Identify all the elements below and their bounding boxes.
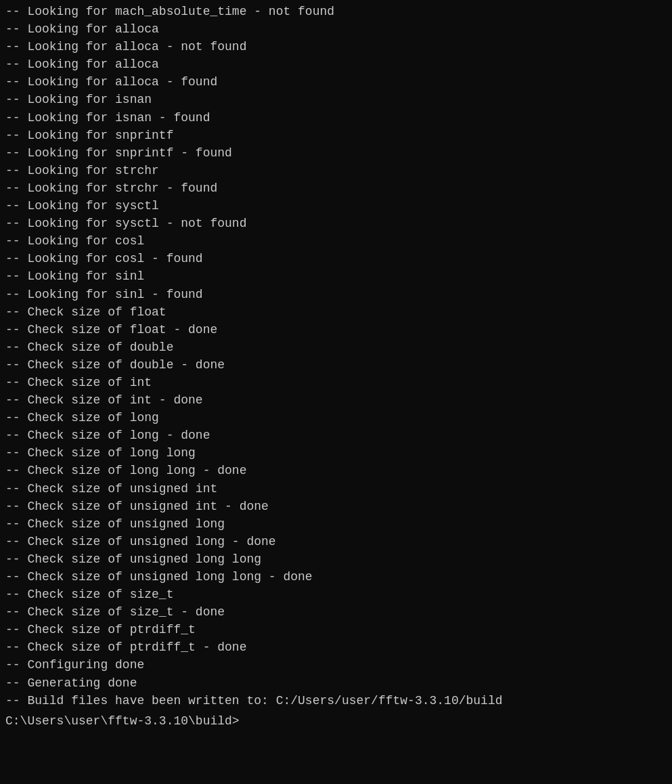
terminal-line: -- Check size of unsigned long long - do… xyxy=(5,568,667,586)
terminal-line: -- Looking for alloca - not found xyxy=(5,38,667,56)
terminal-line: -- Check size of ptrdiff_t - done xyxy=(5,638,667,656)
terminal-line: -- Looking for sinl - found xyxy=(5,286,667,303)
terminal-line: -- Build files have been written to: C:/… xyxy=(5,692,667,710)
terminal-line: -- Looking for alloca - found xyxy=(5,73,667,91)
terminal-line: -- Looking for strchr - found xyxy=(5,179,667,197)
terminal-line: -- Check size of long long - done xyxy=(5,462,667,479)
terminal-line: -- Check size of size_t xyxy=(5,586,667,603)
terminal-line: -- Check size of ptrdiff_t xyxy=(5,621,667,638)
terminal-output: -- Looking for mach_absolute_time - not … xyxy=(5,3,667,730)
terminal-line: -- Generating done xyxy=(5,674,667,692)
terminal-line: -- Check size of long - done xyxy=(5,427,667,444)
terminal-line: -- Configuring done xyxy=(5,656,667,674)
terminal-line: -- Check size of unsigned long xyxy=(5,515,667,533)
terminal-line: -- Check size of unsigned int xyxy=(5,480,667,498)
terminal-line: -- Check size of double xyxy=(5,339,667,356)
terminal-line: -- Looking for cosl - found xyxy=(5,250,667,267)
terminal-line: -- Looking for sinl xyxy=(5,267,667,285)
terminal-line: -- Looking for snprintf - found xyxy=(5,144,667,162)
terminal-line: -- Check size of unsigned int - done xyxy=(5,498,667,515)
terminal-line: -- Check size of int - done xyxy=(5,391,667,409)
terminal-prompt[interactable]: C:\Users\user\fftw-3.3.10\build> xyxy=(5,712,667,730)
terminal-line: -- Looking for isnan xyxy=(5,91,667,108)
terminal-line: -- Check size of unsigned long - done xyxy=(5,533,667,550)
terminal-line: -- Check size of int xyxy=(5,374,667,391)
terminal-line: -- Looking for cosl xyxy=(5,232,667,250)
terminal-line: -- Check size of long xyxy=(5,409,667,427)
terminal-line: -- Looking for mach_absolute_time - not … xyxy=(5,3,667,20)
terminal-line: -- Check size of long long xyxy=(5,444,667,462)
terminal-line: -- Looking for alloca xyxy=(5,56,667,73)
terminal-line: -- Looking for alloca xyxy=(5,20,667,38)
terminal-line: -- Looking for snprintf xyxy=(5,127,667,144)
terminal-line: -- Check size of double - done xyxy=(5,356,667,374)
terminal-line: -- Looking for sysctl - not found xyxy=(5,215,667,232)
terminal-line: -- Check size of size_t - done xyxy=(5,603,667,621)
terminal-line: -- Looking for isnan - found xyxy=(5,109,667,127)
terminal-line: -- Looking for strchr xyxy=(5,162,667,179)
terminal-line: -- Check size of float xyxy=(5,303,667,321)
terminal-line: -- Check size of float - done xyxy=(5,321,667,339)
terminal-line: -- Looking for sysctl xyxy=(5,197,667,215)
terminal-line: -- Check size of unsigned long long xyxy=(5,550,667,568)
